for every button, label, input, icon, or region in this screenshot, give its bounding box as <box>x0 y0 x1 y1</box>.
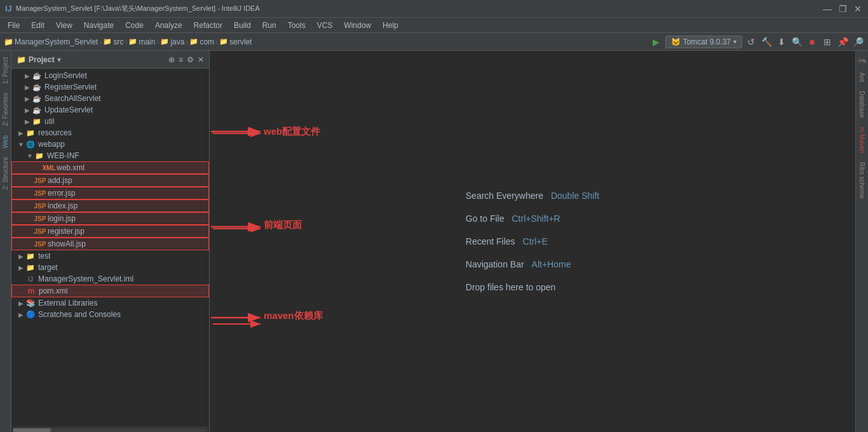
welcome-row-navbar: Navigation Bar Alt+Home <box>466 259 599 269</box>
search2-icon[interactable]: 🔎 <box>851 36 864 48</box>
tree-item-updateservlet[interactable]: ▶ ☕ UpdateServlet <box>11 104 209 116</box>
menu-window[interactable]: Window <box>339 20 376 31</box>
tree-item-util[interactable]: ▶ 📁 util <box>11 116 209 127</box>
tree-item-scratches[interactable]: ▶ 🔵 Scratches and Consoles <box>11 309 209 320</box>
scrollbar-thumb[interactable] <box>13 428 51 432</box>
close-panel-icon[interactable]: ✕ <box>198 55 204 64</box>
tree-item-loginjsp[interactable]: JSP login.jsp <box>11 212 209 225</box>
arrow-updateservlet: ▶ <box>23 107 32 114</box>
label-pomxml: pom.xml <box>39 287 67 295</box>
icon-iml: IJ <box>25 274 36 284</box>
tree-item-test[interactable]: ▶ 📁 test <box>11 250 209 262</box>
titlebar: IJ ManagerSystem_Servlet [F:\Java\笔头\Man… <box>0 0 868 18</box>
right-tab-ant[interactable]: Ant <box>857 69 867 86</box>
right-tab-maven[interactable]: m Maven <box>857 123 867 157</box>
tree-item-webapp[interactable]: ▼ 🌐 webapp <box>11 138 209 150</box>
icon-test: 📁 <box>25 251 36 261</box>
settings-icon[interactable]: ⚙ <box>187 55 194 64</box>
close-button[interactable]: ✕ <box>853 4 863 14</box>
arrow-iml <box>17 276 25 283</box>
scrollbar-track <box>13 428 208 432</box>
tree-item-target[interactable]: ▶ 📁 target <box>11 262 209 273</box>
tree-item-webxml[interactable]: XML web.xml <box>11 161 209 174</box>
right-tab-database[interactable]: Database <box>857 87 867 122</box>
menu-run[interactable]: Run <box>257 20 281 31</box>
breadcrumb-project[interactable]: ManagerSystem_Servlet <box>15 37 98 46</box>
right-tab-ribs[interactable]: Ribs scheme <box>857 158 867 203</box>
left-tab-favorites[interactable]: 2: Favorites <box>1 89 10 130</box>
tree-item-searchallservlet[interactable]: ▶ ☕ SearchAllServlet <box>11 93 209 104</box>
breadcrumb-servlet[interactable]: servlet <box>229 37 252 46</box>
tree-item-errorjsp[interactable]: JSP error.jsp <box>11 187 209 199</box>
left-tab-web[interactable]: Web <box>1 132 10 152</box>
deploy-icon[interactable]: ⬇ <box>775 36 788 48</box>
menu-help[interactable]: Help <box>377 20 403 31</box>
tree-item-loginservlet[interactable]: ▶ ☕ LoginServlet <box>11 70 209 81</box>
app-logo: IJ <box>5 4 12 13</box>
left-tab-project[interactable]: 1: Project <box>1 53 10 88</box>
project-tree: ▶ ☕ LoginServlet ▶ ☕ RegisterServlet ▶ ☕… <box>11 69 209 427</box>
breadcrumb-main[interactable]: main <box>139 37 155 46</box>
project-dropdown-icon[interactable]: ▾ <box>57 55 61 64</box>
annotation-frontend: 前端页面 <box>264 219 302 231</box>
project-scrollbar[interactable] <box>11 427 209 432</box>
menu-vcs[interactable]: VCS <box>312 20 338 31</box>
icon-pomxml: m <box>26 286 36 296</box>
label-updateservlet: UpdateServlet <box>44 105 93 114</box>
breadcrumb-java[interactable]: java <box>170 37 184 46</box>
menu-file[interactable]: File <box>3 20 25 31</box>
collapse-icon[interactable]: ≡ <box>179 55 183 64</box>
maximize-button[interactable]: ❐ <box>837 4 848 14</box>
right-edge-top-icon[interactable]: 🐜 <box>856 53 868 67</box>
label-addjsp: add.jsp <box>48 176 72 185</box>
project-header-actions: ⊕ ≡ ⚙ ✕ <box>168 55 204 64</box>
inspect-icon[interactable]: 🔍 <box>790 36 803 48</box>
label-webinf: WEB-INF <box>47 151 79 160</box>
arrow-external-libs: ▶ <box>17 300 25 307</box>
tree-item-indexjsp[interactable]: JSP index.jsp <box>11 199 209 212</box>
tree-item-iml[interactable]: IJ ManagerSystem_Servlet.iml <box>11 273 209 285</box>
refresh-icon[interactable]: ↺ <box>745 36 757 48</box>
tomcat-button[interactable]: 🐱 Tomcat 9.0.37 ▾ <box>665 36 742 48</box>
minimize-button[interactable]: — <box>822 4 832 14</box>
tree-item-external-libs[interactable]: ▶ 📚 External Libraries <box>11 297 209 309</box>
menu-navigate[interactable]: Navigate <box>79 20 119 31</box>
build-icon[interactable]: 🔨 <box>760 36 773 48</box>
layout-icon[interactable]: ⊞ <box>821 36 834 48</box>
breadcrumb-src[interactable]: src <box>113 37 123 46</box>
add-item-icon[interactable]: ⊕ <box>168 55 175 64</box>
menu-build[interactable]: Build <box>229 20 256 31</box>
arrow-registerservlet: ▶ <box>23 84 32 91</box>
content-area: Search Everywhere Double Shift Go to Fil… <box>210 51 855 432</box>
menu-refactor[interactable]: Refactor <box>189 20 227 31</box>
icon-target: 📁 <box>25 262 36 273</box>
right-edge-tabs: 🐜 Ant Database m Maven Ribs scheme <box>855 51 868 432</box>
menu-analyze[interactable]: Analyze <box>150 20 187 31</box>
breadcrumb-com[interactable]: com <box>200 37 214 46</box>
tree-item-addjsp[interactable]: JSP add.jsp <box>11 174 209 187</box>
tree-item-registerservlet[interactable]: ▶ ☕ RegisterServlet <box>11 81 209 93</box>
menu-view[interactable]: View <box>51 20 78 31</box>
welcome-label-recentfiles: Recent Files <box>466 236 515 246</box>
menu-tools[interactable]: Tools <box>283 20 311 31</box>
tree-item-showalljsp[interactable]: JSP showAll.jsp <box>11 238 209 250</box>
menu-edit[interactable]: Edit <box>26 20 50 31</box>
welcome-key-gotofile: Ctrl+Shift+R <box>512 213 560 224</box>
left-tab-structure[interactable]: 2: Structure <box>1 153 10 194</box>
tomcat-icon: 🐱 <box>671 37 681 46</box>
icon-resources: 📁 <box>25 128 36 138</box>
icon-showalljsp: JSP <box>35 239 45 249</box>
menu-code[interactable]: Code <box>120 20 149 31</box>
stop-icon[interactable]: ■ <box>806 36 818 48</box>
icon-webxml: XML <box>44 163 54 173</box>
label-registerjsp: register.jsp <box>48 227 85 236</box>
label-indexjsp: index.jsp <box>48 201 78 210</box>
tree-item-registerjsp[interactable]: JSP register.jsp <box>11 225 209 238</box>
tree-item-resources[interactable]: ▶ 📁 resources <box>11 127 209 138</box>
tomcat-dropdown-icon[interactable]: ▾ <box>733 38 736 45</box>
welcome-label-gotofile: Go to File <box>466 213 505 224</box>
tree-item-webinf[interactable]: ▼ 📁 WEB-INF <box>11 150 209 161</box>
tree-item-pomxml[interactable]: m pom.xml <box>11 285 209 297</box>
run-icon[interactable]: ▶ <box>650 36 663 48</box>
pin-icon[interactable]: 📌 <box>836 36 849 48</box>
